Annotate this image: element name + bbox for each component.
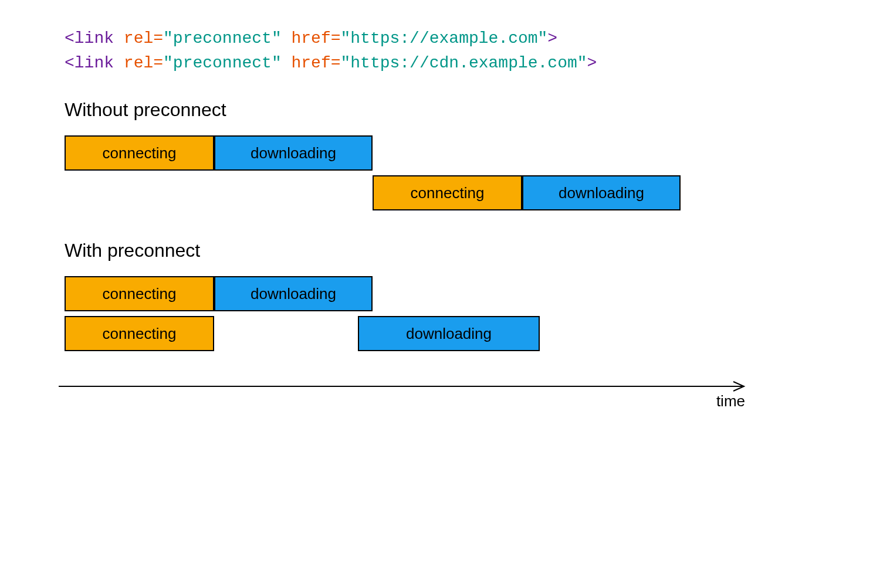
axis-label: time (716, 392, 745, 410)
code-line-2: <link rel="preconnect" href="https://cdn… (65, 51, 808, 76)
connecting-bar: connecting (65, 316, 214, 351)
code-tag: <link (65, 29, 124, 47)
section-title: Without preconnect (65, 99, 808, 121)
connecting-bar: connecting (65, 276, 214, 311)
downloading-bar: downloading (522, 175, 681, 210)
offset-spacer (65, 175, 373, 210)
timeline-row: connectingdownloading (65, 276, 808, 311)
downloading-bar: downloading (358, 316, 540, 351)
downloading-bar: downloading (214, 276, 373, 311)
gap-spacer (214, 316, 358, 351)
arrow-icon (59, 380, 751, 392)
downloading-bar: downloading (214, 135, 373, 171)
code-value: "preconnect" (163, 54, 291, 72)
code-attr: href= (291, 54, 340, 72)
connecting-bar: connecting (373, 175, 522, 210)
section-without-preconnect: Without preconnect connectingdownloading… (65, 99, 808, 210)
timeline-row: connectingdownloading (65, 316, 808, 351)
code-attr: href= (291, 29, 340, 47)
timeline-row: connectingdownloading (65, 175, 808, 210)
code-tag: > (587, 54, 597, 72)
code-snippet: <link rel="preconnect" href="https://exa… (65, 26, 808, 76)
code-tag: <link (65, 54, 124, 72)
connecting-bar: connecting (65, 135, 214, 171)
code-value: "preconnect" (163, 29, 291, 47)
code-attr: rel= (124, 29, 163, 47)
section-with-preconnect: With preconnect connectingdownloadingcon… (65, 240, 808, 351)
code-tag: > (547, 29, 557, 47)
time-axis: time (59, 380, 751, 395)
code-value: "https://cdn.example.com" (341, 54, 587, 72)
code-value: "https://example.com" (341, 29, 548, 47)
code-line-1: <link rel="preconnect" href="https://exa… (65, 26, 808, 51)
timeline-row: connectingdownloading (65, 135, 808, 171)
section-title: With preconnect (65, 240, 808, 261)
code-attr: rel= (124, 54, 163, 72)
